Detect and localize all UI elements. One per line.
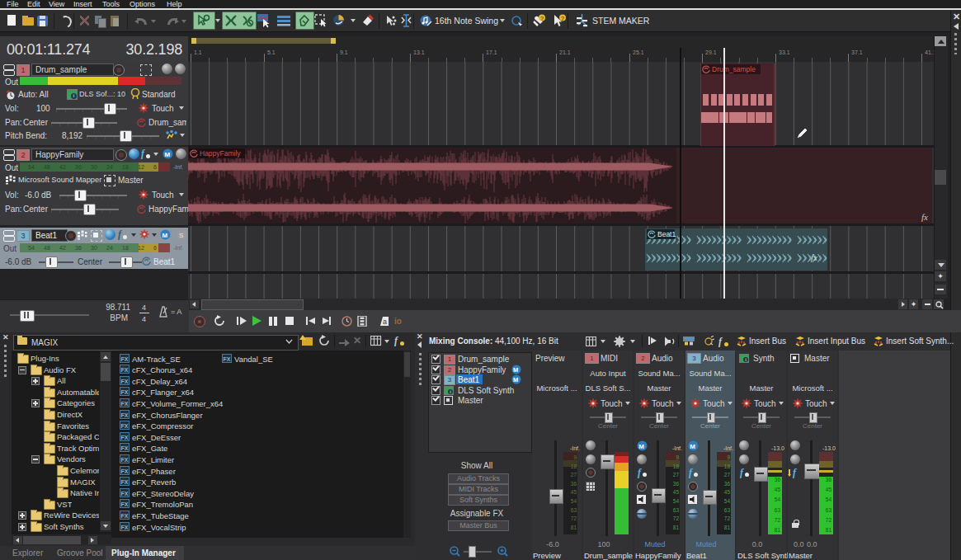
svg-text:M: M	[513, 376, 518, 384]
svg-text:?: ?	[561, 16, 564, 21]
svg-text:FX: FX	[121, 490, 129, 496]
svg-text:FX: FX	[121, 412, 129, 417]
svg-text:M: M	[513, 366, 518, 374]
svg-text:FX: FX	[121, 400, 129, 406]
svg-text:M: M	[165, 151, 171, 158]
svg-text:M: M	[163, 232, 168, 239]
svg-text:FX: FX	[121, 378, 129, 384]
svg-text:FX: FX	[121, 456, 129, 462]
svg-text:?: ?	[540, 16, 544, 21]
svg-text:a: a	[383, 318, 387, 326]
svg-text:FX: FX	[224, 355, 231, 361]
svg-text:FX: FX	[121, 524, 129, 529]
svg-text:FX: FX	[121, 501, 129, 507]
svg-text:FX: FX	[121, 434, 129, 440]
svg-text:FX: FX	[121, 367, 129, 373]
svg-text:FX: FX	[121, 479, 129, 485]
svg-text:S: S	[179, 232, 183, 239]
svg-text:FX: FX	[121, 512, 129, 518]
svg-text:FX: FX	[121, 423, 129, 429]
svg-text:FX: FX	[121, 355, 129, 361]
svg-text:M: M	[638, 443, 644, 450]
svg-text:FX: FX	[121, 445, 129, 451]
svg-text:FX: FX	[121, 389, 129, 395]
svg-text:M: M	[690, 443, 695, 450]
svg-text:FX: FX	[121, 468, 129, 473]
